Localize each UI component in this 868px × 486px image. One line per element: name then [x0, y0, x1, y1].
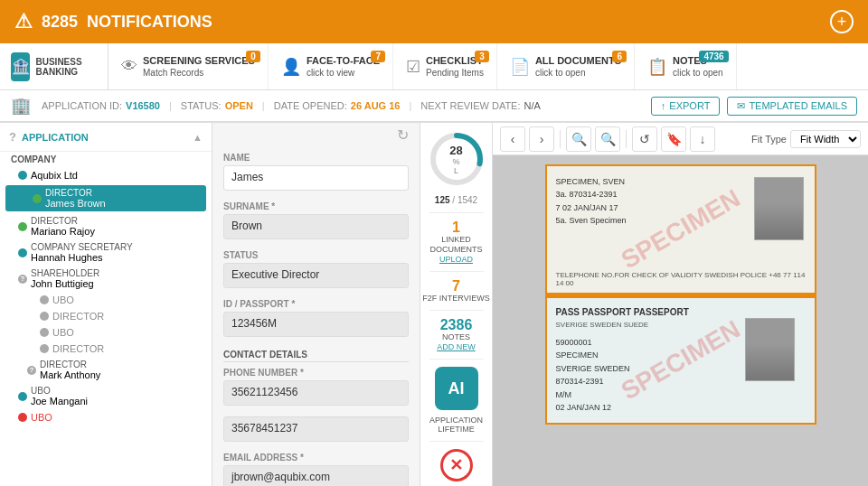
docs-subtitle: click to open [535, 68, 586, 78]
shareholder-name: John Buttigieg [31, 278, 99, 289]
nav-item-screening[interactable]: 👁 SCREENING SERVICES Match Records 0 [108, 43, 269, 89]
status-value[interactable]: Executive Director [223, 263, 409, 288]
sidebar-item-shareholder[interactable]: ? SHAREHOLDER John Buttigieg [0, 266, 212, 292]
email-icon: ✉ [737, 100, 745, 112]
logo-label: BUSINESS BANKING [35, 57, 97, 77]
zoom-in-button[interactable]: 🔍 [595, 126, 620, 152]
id-value[interactable]: 123456M [223, 312, 409, 337]
sidebar-item-ubo-joe[interactable]: UBO Joe Mangani [0, 383, 212, 409]
notification-label: NOTIFICATIONS [87, 13, 212, 32]
f2f-badge: 7 [371, 51, 385, 62]
donut-label-pct: % [449, 157, 462, 166]
templated-emails-button[interactable]: ✉ TEMPLATED EMAILS [727, 97, 857, 116]
refresh-icon[interactable]: ↻ [397, 126, 409, 144]
rotate-button[interactable]: ↺ [632, 126, 657, 152]
passport-page-2: SPECIMEN PASS PASSPORT PASSEPORT SVERIGE… [545, 294, 816, 425]
f2f-title: FACE-TO-FACE [307, 54, 380, 67]
sidebar-item-director-james[interactable]: DIRECTOR James Brown [5, 185, 206, 211]
f2f-label: F2F INTERVIEWS [422, 294, 489, 304]
nav-item-notes[interactable]: 📋 NOTES click to open 4736 [635, 43, 737, 89]
sidebar-item-director-mariano[interactable]: DIRECTOR Mariano Rajoy [0, 213, 212, 239]
header-nav: 👁 SCREENING SERVICES Match Records 0 👤 F… [108, 43, 868, 89]
dir-sub2-label: DIRECTOR [52, 343, 104, 354]
sidebar-header[interactable]: ? APPLICATION ▲ [0, 123, 212, 152]
surname-value[interactable]: Brown [223, 214, 409, 239]
shareholder-dot: ? [18, 275, 27, 284]
docs-title: ALL DOCUMENTS [535, 54, 621, 67]
face-to-face-icon: 👤 [281, 57, 301, 77]
sub-header-actions: ↑ EXPORT ✉ TEMPLATED EMAILS [651, 97, 857, 116]
sub-header: 🏢 APPLICATION ID: V16580 | STATUS: OPEN … [0, 90, 868, 123]
passport2-line5: 02 JAN/JAN 12 [556, 401, 689, 414]
passport2-header: PASS PASSPORT PASSEPORT [556, 307, 689, 317]
download-button[interactable]: ↓ [690, 126, 715, 152]
mariano-name: Mariano Rajoy [31, 226, 95, 237]
linked-docs-stat[interactable]: 1 LINKED DOCUMENTS UPLOAD [420, 220, 492, 264]
phone-value[interactable]: 35621123456 [223, 380, 409, 406]
f2f-count: 7 [422, 279, 489, 294]
sidebar-item-ubo1[interactable]: UBO [0, 292, 212, 308]
name-value[interactable]: James [223, 165, 409, 191]
james-name: James Brown [45, 198, 106, 209]
app-lifetime-icon: AI [435, 367, 478, 410]
screening-subtitle: Match Records [143, 68, 203, 78]
ubo1-dot [40, 295, 49, 304]
add-notification-button[interactable]: + [830, 10, 854, 33]
review-label: NEXT REVIEW DATE: [420, 100, 520, 111]
ubo2-dot [40, 328, 49, 337]
notes-stat[interactable]: 2386 NOTES ADD NEW [437, 318, 476, 351]
sidebar-item-director-sub1[interactable]: DIRECTOR [0, 308, 212, 324]
progress-count: 125 / 1542 [435, 195, 477, 205]
bookmark-button[interactable]: 🔖 [661, 126, 686, 152]
zoom-out-button[interactable]: 🔍 [566, 126, 591, 152]
sidebar-title: APPLICATION [22, 132, 187, 143]
sidebar-item-aqubix[interactable]: Aqubix Ltd [0, 167, 212, 183]
linked-docs-label: LINKED DOCUMENTS [420, 235, 492, 255]
nav-item-checklist[interactable]: ☑ CHECKLIST Pending Items 3 [393, 43, 497, 89]
notification-bar: ⚠ 8285 NOTIFICATIONS + [0, 0, 868, 43]
donut-letter: L [449, 166, 462, 175]
james-dot [33, 194, 42, 203]
sidebar-item-ubo2[interactable]: UBO [0, 324, 212, 341]
divider-3 [429, 310, 484, 311]
app-id-label: APPLICATION ID: [42, 100, 122, 111]
checklist-badge: 3 [475, 51, 489, 62]
aqubix-dot [18, 171, 27, 180]
sidebar-item-ubo-red[interactable]: UBO [0, 409, 212, 425]
doc-toolbar: ‹ › 🔍 🔍 ↺ 🔖 ↓ Fit Type Fit Width [493, 123, 868, 155]
nav-item-face-to-face[interactable]: 👤 FACE-TO-FACE click to view 7 [269, 43, 393, 89]
review-value: N/A [524, 100, 541, 111]
notes-action[interactable]: ADD NEW [437, 342, 476, 351]
collapse-icon[interactable]: ▲ [193, 132, 203, 143]
donut-percent: 28 [449, 144, 462, 157]
mark-dot: ? [27, 366, 36, 375]
phone2-value[interactable]: 35678451237 [223, 416, 409, 442]
fit-type-select[interactable]: Fit Width [790, 130, 861, 148]
app-id-value[interactable]: V16580 [126, 100, 160, 111]
sidebar-item-director-sub2[interactable]: DIRECTOR [0, 341, 212, 357]
sidebar-item-director-mark[interactable]: ? DIRECTOR Mark Anthony [0, 357, 212, 383]
email-value[interactable]: jbrown@aqubix.com [223, 465, 409, 486]
passport-photo-silhouette-1 [755, 178, 803, 239]
sidebar-item-secretary[interactable]: COMPANY SECRETARY Hannah Hughes [0, 239, 212, 266]
email-field: EMAIL ADDRESS * jbrown@aqubix.com [212, 447, 420, 486]
status-field: STATUS Executive Director [212, 245, 420, 294]
prev-page-button[interactable]: ‹ [500, 126, 525, 152]
phone-field: PHONE NUMBER * 35621123456 [212, 362, 420, 411]
linked-docs-count: 1 [420, 220, 492, 235]
status-label: STATUS [223, 250, 409, 260]
next-page-button[interactable]: › [529, 126, 554, 152]
linked-docs-action[interactable]: UPLOAD [420, 255, 492, 264]
header: 🏦 BUSINESS BANKING 👁 SCREENING SERVICES … [0, 43, 868, 90]
mariano-dot [18, 222, 27, 231]
f2f-stat[interactable]: 7 F2F INTERVIEWS [422, 279, 489, 304]
passport-photo-1 [754, 177, 804, 240]
screening-badge: 0 [246, 51, 260, 62]
nav-item-documents[interactable]: 📄 ALL DOCUMENTS click to open 6 [497, 43, 635, 89]
screening-title: SCREENING SERVICES [143, 54, 255, 67]
joe-dot [18, 392, 27, 401]
export-button[interactable]: ↑ EXPORT [651, 97, 721, 116]
documents-icon: 📄 [510, 57, 530, 77]
mark-role: DIRECTOR [40, 360, 100, 369]
surname-label: SURNAME * [223, 201, 409, 211]
